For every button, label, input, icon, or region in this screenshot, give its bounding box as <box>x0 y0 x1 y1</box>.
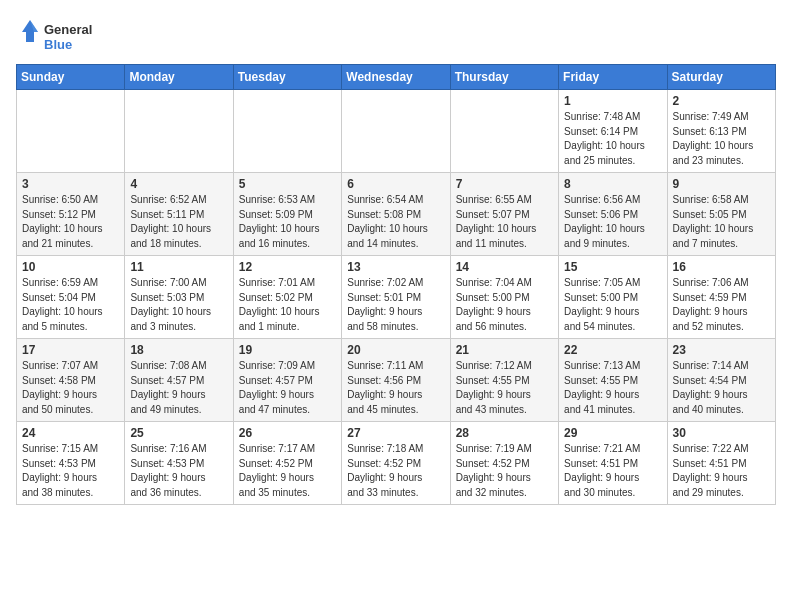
day-info: Sunrise: 7:05 AM Sunset: 5:00 PM Dayligh… <box>564 276 661 334</box>
day-number: 1 <box>564 94 661 108</box>
day-info: Sunrise: 6:55 AM Sunset: 5:07 PM Dayligh… <box>456 193 553 251</box>
day-info: Sunrise: 7:06 AM Sunset: 4:59 PM Dayligh… <box>673 276 770 334</box>
calendar-cell: 3Sunrise: 6:50 AM Sunset: 5:12 PM Daylig… <box>17 173 125 256</box>
logo-svg: General Blue <box>16 16 106 56</box>
day-info: Sunrise: 7:21 AM Sunset: 4:51 PM Dayligh… <box>564 442 661 500</box>
day-header-saturday: Saturday <box>667 65 775 90</box>
day-number: 28 <box>456 426 553 440</box>
calendar-cell <box>233 90 341 173</box>
week-row-3: 10Sunrise: 6:59 AM Sunset: 5:04 PM Dayli… <box>17 256 776 339</box>
day-number: 20 <box>347 343 444 357</box>
svg-text:Blue: Blue <box>44 37 72 52</box>
day-header-sunday: Sunday <box>17 65 125 90</box>
day-info: Sunrise: 7:09 AM Sunset: 4:57 PM Dayligh… <box>239 359 336 417</box>
day-header-tuesday: Tuesday <box>233 65 341 90</box>
day-info: Sunrise: 6:59 AM Sunset: 5:04 PM Dayligh… <box>22 276 119 334</box>
day-info: Sunrise: 7:11 AM Sunset: 4:56 PM Dayligh… <box>347 359 444 417</box>
day-number: 23 <box>673 343 770 357</box>
calendar-cell: 19Sunrise: 7:09 AM Sunset: 4:57 PM Dayli… <box>233 339 341 422</box>
calendar-cell: 24Sunrise: 7:15 AM Sunset: 4:53 PM Dayli… <box>17 422 125 505</box>
day-header-friday: Friday <box>559 65 667 90</box>
day-number: 12 <box>239 260 336 274</box>
logo: General Blue <box>16 16 106 56</box>
day-info: Sunrise: 7:02 AM Sunset: 5:01 PM Dayligh… <box>347 276 444 334</box>
day-info: Sunrise: 6:54 AM Sunset: 5:08 PM Dayligh… <box>347 193 444 251</box>
day-number: 9 <box>673 177 770 191</box>
day-info: Sunrise: 7:18 AM Sunset: 4:52 PM Dayligh… <box>347 442 444 500</box>
day-info: Sunrise: 7:16 AM Sunset: 4:53 PM Dayligh… <box>130 442 227 500</box>
calendar-cell: 9Sunrise: 6:58 AM Sunset: 5:05 PM Daylig… <box>667 173 775 256</box>
calendar-cell <box>125 90 233 173</box>
calendar-cell: 6Sunrise: 6:54 AM Sunset: 5:08 PM Daylig… <box>342 173 450 256</box>
day-header-wednesday: Wednesday <box>342 65 450 90</box>
svg-text:General: General <box>44 22 92 37</box>
day-info: Sunrise: 7:19 AM Sunset: 4:52 PM Dayligh… <box>456 442 553 500</box>
calendar-cell: 16Sunrise: 7:06 AM Sunset: 4:59 PM Dayli… <box>667 256 775 339</box>
calendar-body: 1Sunrise: 7:48 AM Sunset: 6:14 PM Daylig… <box>17 90 776 505</box>
day-info: Sunrise: 6:52 AM Sunset: 5:11 PM Dayligh… <box>130 193 227 251</box>
day-info: Sunrise: 7:17 AM Sunset: 4:52 PM Dayligh… <box>239 442 336 500</box>
day-number: 21 <box>456 343 553 357</box>
calendar-cell: 8Sunrise: 6:56 AM Sunset: 5:06 PM Daylig… <box>559 173 667 256</box>
week-row-2: 3Sunrise: 6:50 AM Sunset: 5:12 PM Daylig… <box>17 173 776 256</box>
calendar-header-row: SundayMondayTuesdayWednesdayThursdayFrid… <box>17 65 776 90</box>
calendar-cell: 30Sunrise: 7:22 AM Sunset: 4:51 PM Dayli… <box>667 422 775 505</box>
calendar-cell: 26Sunrise: 7:17 AM Sunset: 4:52 PM Dayli… <box>233 422 341 505</box>
calendar-cell: 23Sunrise: 7:14 AM Sunset: 4:54 PM Dayli… <box>667 339 775 422</box>
day-info: Sunrise: 6:53 AM Sunset: 5:09 PM Dayligh… <box>239 193 336 251</box>
day-header-thursday: Thursday <box>450 65 558 90</box>
calendar-cell: 14Sunrise: 7:04 AM Sunset: 5:00 PM Dayli… <box>450 256 558 339</box>
day-info: Sunrise: 7:04 AM Sunset: 5:00 PM Dayligh… <box>456 276 553 334</box>
day-info: Sunrise: 7:14 AM Sunset: 4:54 PM Dayligh… <box>673 359 770 417</box>
calendar-cell: 5Sunrise: 6:53 AM Sunset: 5:09 PM Daylig… <box>233 173 341 256</box>
calendar-cell <box>342 90 450 173</box>
calendar-cell: 21Sunrise: 7:12 AM Sunset: 4:55 PM Dayli… <box>450 339 558 422</box>
day-number: 2 <box>673 94 770 108</box>
calendar-cell: 13Sunrise: 7:02 AM Sunset: 5:01 PM Dayli… <box>342 256 450 339</box>
day-number: 7 <box>456 177 553 191</box>
calendar-cell <box>17 90 125 173</box>
day-number: 27 <box>347 426 444 440</box>
day-info: Sunrise: 7:22 AM Sunset: 4:51 PM Dayligh… <box>673 442 770 500</box>
day-number: 18 <box>130 343 227 357</box>
day-number: 3 <box>22 177 119 191</box>
day-number: 22 <box>564 343 661 357</box>
page-header: General Blue <box>16 16 776 56</box>
day-number: 16 <box>673 260 770 274</box>
day-info: Sunrise: 7:48 AM Sunset: 6:14 PM Dayligh… <box>564 110 661 168</box>
calendar-table: SundayMondayTuesdayWednesdayThursdayFrid… <box>16 64 776 505</box>
day-number: 29 <box>564 426 661 440</box>
day-number: 8 <box>564 177 661 191</box>
calendar-cell: 17Sunrise: 7:07 AM Sunset: 4:58 PM Dayli… <box>17 339 125 422</box>
day-number: 6 <box>347 177 444 191</box>
day-number: 5 <box>239 177 336 191</box>
day-info: Sunrise: 7:08 AM Sunset: 4:57 PM Dayligh… <box>130 359 227 417</box>
day-number: 14 <box>456 260 553 274</box>
day-info: Sunrise: 7:12 AM Sunset: 4:55 PM Dayligh… <box>456 359 553 417</box>
day-info: Sunrise: 7:49 AM Sunset: 6:13 PM Dayligh… <box>673 110 770 168</box>
day-info: Sunrise: 6:58 AM Sunset: 5:05 PM Dayligh… <box>673 193 770 251</box>
calendar-cell: 25Sunrise: 7:16 AM Sunset: 4:53 PM Dayli… <box>125 422 233 505</box>
calendar-cell: 11Sunrise: 7:00 AM Sunset: 5:03 PM Dayli… <box>125 256 233 339</box>
day-number: 11 <box>130 260 227 274</box>
day-info: Sunrise: 6:56 AM Sunset: 5:06 PM Dayligh… <box>564 193 661 251</box>
calendar-cell: 15Sunrise: 7:05 AM Sunset: 5:00 PM Dayli… <box>559 256 667 339</box>
day-info: Sunrise: 7:00 AM Sunset: 5:03 PM Dayligh… <box>130 276 227 334</box>
calendar-cell: 27Sunrise: 7:18 AM Sunset: 4:52 PM Dayli… <box>342 422 450 505</box>
day-number: 4 <box>130 177 227 191</box>
calendar-cell: 22Sunrise: 7:13 AM Sunset: 4:55 PM Dayli… <box>559 339 667 422</box>
calendar-cell: 2Sunrise: 7:49 AM Sunset: 6:13 PM Daylig… <box>667 90 775 173</box>
day-info: Sunrise: 7:07 AM Sunset: 4:58 PM Dayligh… <box>22 359 119 417</box>
day-number: 25 <box>130 426 227 440</box>
calendar-cell: 10Sunrise: 6:59 AM Sunset: 5:04 PM Dayli… <box>17 256 125 339</box>
calendar-cell: 7Sunrise: 6:55 AM Sunset: 5:07 PM Daylig… <box>450 173 558 256</box>
day-number: 13 <box>347 260 444 274</box>
day-info: Sunrise: 6:50 AM Sunset: 5:12 PM Dayligh… <box>22 193 119 251</box>
day-number: 24 <box>22 426 119 440</box>
calendar-cell <box>450 90 558 173</box>
calendar-cell: 29Sunrise: 7:21 AM Sunset: 4:51 PM Dayli… <box>559 422 667 505</box>
calendar-cell: 18Sunrise: 7:08 AM Sunset: 4:57 PM Dayli… <box>125 339 233 422</box>
week-row-5: 24Sunrise: 7:15 AM Sunset: 4:53 PM Dayli… <box>17 422 776 505</box>
calendar-cell: 1Sunrise: 7:48 AM Sunset: 6:14 PM Daylig… <box>559 90 667 173</box>
week-row-4: 17Sunrise: 7:07 AM Sunset: 4:58 PM Dayli… <box>17 339 776 422</box>
